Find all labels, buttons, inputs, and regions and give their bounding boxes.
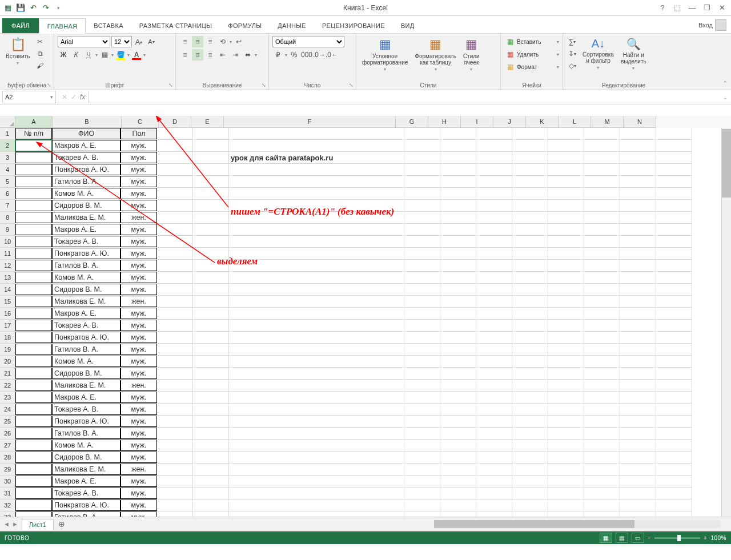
fx-enter-icon[interactable]: ✓ (71, 93, 77, 101)
cell[interactable] (512, 476, 548, 488)
clear-icon[interactable]: ◇▾ (567, 60, 578, 71)
cell[interactable] (656, 308, 692, 320)
cell[interactable] (229, 284, 404, 296)
cell[interactable] (476, 260, 512, 272)
cell[interactable] (404, 248, 440, 260)
horizontal-scrollbar[interactable] (434, 520, 721, 528)
cell[interactable] (584, 356, 620, 368)
cell[interactable] (15, 476, 52, 487)
cell[interactable]: Токарев А. В. (52, 404, 121, 415)
cell[interactable] (193, 452, 229, 464)
col-header-G[interactable]: G (396, 116, 428, 128)
fill-color-icon[interactable]: 🪣 (115, 49, 126, 61)
cell[interactable] (229, 416, 404, 428)
tab-разметка страницы[interactable]: РАЗМЕТКА СТРАНИЦЫ (131, 18, 220, 33)
row-header[interactable]: 20 (0, 356, 15, 368)
tab-рецензирование[interactable]: РЕЦЕНЗИРОВАНИЕ (314, 18, 393, 33)
cell[interactable]: муж. (121, 488, 157, 499)
cell[interactable] (157, 368, 193, 380)
cell[interactable] (229, 296, 404, 308)
cell[interactable] (404, 224, 440, 236)
row-header[interactable]: 28 (0, 452, 15, 464)
cell[interactable] (157, 260, 193, 272)
orientation-icon[interactable]: ⟲ (217, 36, 228, 47)
cell[interactable] (404, 488, 440, 499)
shrink-font-icon[interactable]: A▾ (146, 36, 157, 47)
cell[interactable] (440, 356, 476, 368)
cell[interactable]: Понкратов А. Ю. (52, 164, 121, 175)
formula-input[interactable] (89, 91, 720, 103)
cell[interactable] (440, 236, 476, 248)
cell[interactable] (512, 488, 548, 499)
cell[interactable] (157, 452, 193, 464)
cell[interactable] (229, 188, 404, 200)
cell[interactable]: № п/п (15, 128, 52, 139)
cell[interactable]: Макров А. Е. (52, 308, 121, 319)
cell[interactable]: Макров А. Е. (52, 392, 121, 403)
row-header[interactable]: 24 (0, 404, 15, 416)
cell[interactable] (476, 272, 512, 284)
cell[interactable]: муж. (121, 440, 157, 451)
row-header[interactable]: 3 (0, 152, 15, 164)
cell[interactable] (476, 464, 512, 476)
cell[interactable] (584, 128, 620, 140)
cell[interactable] (476, 476, 512, 488)
cell[interactable]: муж. (121, 176, 157, 187)
cell[interactable] (620, 128, 656, 140)
cell[interactable] (548, 296, 584, 308)
cell-styles-button[interactable]: ▦Стили ячеек▾ (461, 36, 482, 73)
row-header[interactable]: 26 (0, 428, 15, 440)
cell[interactable] (193, 200, 229, 212)
cell[interactable] (440, 176, 476, 188)
cell[interactable] (157, 284, 193, 296)
col-header-K[interactable]: K (526, 116, 559, 128)
col-header-B[interactable]: B (53, 116, 122, 128)
cell[interactable] (476, 164, 512, 176)
cell[interactable]: муж. (121, 272, 157, 283)
close-icon[interactable]: ✕ (715, 2, 729, 14)
col-header-L[interactable]: L (559, 116, 591, 128)
cell[interactable] (476, 392, 512, 404)
wrap-text-icon[interactable]: ↩ (233, 36, 244, 47)
cell[interactable] (440, 392, 476, 404)
cell[interactable] (512, 296, 548, 308)
cell[interactable] (404, 296, 440, 308)
cell[interactable] (229, 200, 404, 212)
cell[interactable]: муж. (121, 164, 157, 175)
cell[interactable] (229, 392, 404, 404)
cell[interactable]: урок для сайта paratapok.ru (229, 152, 404, 164)
cell[interactable] (440, 404, 476, 416)
increase-decimal-icon[interactable]: .0→ (314, 49, 325, 61)
format-painter-icon[interactable]: 🖌 (34, 60, 46, 71)
cell[interactable] (548, 380, 584, 392)
cell[interactable] (620, 499, 656, 511)
cell[interactable] (15, 416, 52, 427)
cell[interactable] (193, 308, 229, 320)
cell[interactable] (548, 440, 584, 452)
tab-вставка[interactable]: ВСТАВКА (86, 18, 131, 33)
cell[interactable]: муж. (121, 140, 157, 151)
cell[interactable] (440, 499, 476, 511)
cell[interactable] (229, 236, 404, 248)
cell[interactable] (656, 356, 692, 368)
cell[interactable]: Понкратов А. Ю. (52, 248, 121, 259)
cell[interactable] (229, 428, 404, 440)
cell[interactable] (15, 488, 52, 499)
grow-font-icon[interactable]: A▴ (133, 36, 144, 47)
cell[interactable] (584, 332, 620, 344)
cell[interactable] (584, 152, 620, 164)
row-header[interactable]: 22 (0, 380, 15, 392)
expand-formula-bar-icon[interactable]: ⌄ (720, 94, 731, 100)
cell[interactable] (656, 476, 692, 488)
align-middle-icon[interactable]: ≡ (192, 36, 203, 47)
cell[interactable] (512, 224, 548, 236)
zoom-level[interactable]: 100% (710, 535, 726, 541)
row-header[interactable]: 12 (0, 260, 15, 272)
row-header[interactable]: 33 (0, 511, 15, 517)
cell[interactable] (548, 511, 584, 517)
cell[interactable] (548, 320, 584, 332)
cell[interactable] (15, 248, 52, 259)
row-header[interactable]: 25 (0, 416, 15, 428)
row-header[interactable]: 9 (0, 224, 15, 236)
cell[interactable] (512, 380, 548, 392)
